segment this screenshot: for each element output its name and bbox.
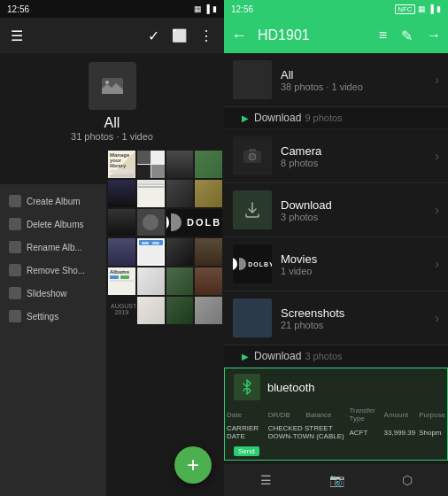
folder-item-download[interactable]: Download 3 photos ›	[224, 183, 448, 237]
folder-info-download: Download 3 photos	[281, 198, 429, 222]
photo-thumb[interactable]	[166, 180, 194, 207]
menu-bottom-icon[interactable]: ☰	[260, 473, 272, 487]
folder-item-all[interactable]: All 38 photos · 1 video ›	[224, 53, 448, 107]
right-time: 12:56	[231, 4, 253, 14]
grid-bottom-icon[interactable]: ⬡	[402, 473, 413, 487]
camera-bottom-icon[interactable]: 📷	[329, 473, 344, 487]
table-header-transfer: Transfer Type	[347, 406, 382, 423]
photo-thumb[interactable]	[137, 151, 165, 178]
window-icon[interactable]: ⬜	[172, 28, 187, 43]
close-icon[interactable]: →	[427, 27, 441, 43]
sub-folder-name-download: Download	[254, 112, 301, 124]
back-icon[interactable]: ←	[231, 27, 247, 45]
photo-thumb[interactable]	[195, 297, 222, 324]
folder-arrow-screenshots: ›	[435, 311, 439, 325]
photo-thumb[interactable]	[137, 180, 165, 207]
photo-thumb[interactable]	[108, 180, 135, 207]
folder-item-camera[interactable]: Camera 8 photos ›	[224, 129, 448, 183]
photo-thumb[interactable]	[137, 297, 165, 324]
dolby-thumb[interactable]: DOLBY	[166, 209, 223, 237]
table-cell-date: CARRIER DATE	[225, 423, 266, 441]
folder-name-camera: Camera	[281, 144, 429, 158]
photo-thumb[interactable]	[166, 297, 194, 324]
drawer-item-create-album[interactable]: Create Album	[0, 190, 106, 213]
table-header-balance: Balance	[305, 406, 348, 423]
wifi-icon-right: ▦	[418, 4, 426, 13]
sub-folder-arrow-2: ▶	[242, 352, 249, 361]
photo-thumb[interactable]	[137, 209, 165, 236]
table-row: CARRIER DATE CHECKED STREET DOWN-TOWN (C…	[225, 423, 447, 441]
photo-thumb[interactable]	[166, 238, 194, 266]
send-button[interactable]: Send	[234, 446, 259, 456]
folder-arrow-all: ›	[435, 73, 439, 87]
svg-point-5	[251, 155, 255, 159]
folder-name-download: Download	[281, 198, 429, 212]
folder-list: All 38 photos · 1 video › ▶ Download 9 p…	[224, 53, 448, 464]
photo-thumb[interactable]	[108, 238, 135, 266]
bluetooth-icon	[234, 374, 260, 400]
drawer-item-settings[interactable]: Settings	[0, 305, 106, 328]
folder-arrow-camera: ›	[435, 149, 439, 163]
photo-thumb[interactable]	[195, 267, 222, 295]
right-panel: 12:56 NFC ▦ ▐ ▮ ← HD1901 ≡ ✎ → All 38 ph…	[224, 0, 448, 496]
photo-thumb[interactable]: Manage your library	[108, 151, 135, 178]
folder-count-movies: 1 video	[281, 266, 429, 276]
svg-point-1	[105, 81, 109, 84]
folder-thumb-camera	[233, 136, 272, 175]
photo-thumb[interactable]: Albums	[108, 267, 135, 295]
folder-item-movies[interactable]: DOLBY Movies 1 video ›	[224, 237, 448, 291]
album-subtitle: 31 photos · 1 video	[71, 131, 153, 142]
bluetooth-header: bluetooth	[225, 368, 447, 406]
nfc-icon: NFC	[395, 4, 414, 14]
folder-count-camera: 8 photos	[281, 158, 429, 168]
folder-thumb-screenshots	[233, 298, 272, 337]
drawer-item-delete-albums[interactable]: Delete Albums	[0, 213, 106, 236]
folder-thumb-all	[233, 60, 272, 99]
bluetooth-section: bluetooth Date DR/DB Balance Transfer Ty…	[224, 368, 448, 461]
folder-info-all: All 38 photos · 1 video	[281, 68, 429, 92]
photo-thumb[interactable]	[195, 238, 222, 266]
photo-thumb[interactable]	[166, 267, 194, 295]
folder-thumb-download	[233, 190, 272, 229]
left-toolbar: ☰ ✓ ⬜ ⋮	[0, 18, 224, 53]
album-header: All 31 photos · 1 video	[0, 53, 224, 149]
right-toolbar-title: HD1901	[258, 27, 372, 43]
photo-grid: Create Album Delete Albums Rename Alb...…	[0, 149, 224, 496]
folder-info-movies: Movies 1 video	[281, 252, 429, 276]
drawer-item-remove[interactable]: Remove Sho...	[0, 259, 106, 282]
photo-thumb[interactable]: AUGUST 2019	[108, 297, 135, 324]
folder-arrow-download: ›	[435, 203, 439, 217]
bluetooth-name: bluetooth	[267, 381, 315, 394]
right-bottom-bar: ☰ 📷 ⬡	[224, 464, 448, 496]
battery-icon-right: ▮	[436, 4, 441, 13]
album-icon	[89, 62, 136, 110]
fab-button[interactable]: +	[174, 446, 212, 484]
folder-info-screenshots: Screenshots 21 photos	[281, 306, 429, 330]
folder-arrow-movies: ›	[435, 257, 439, 271]
table-cell-transfer: ACFT	[347, 423, 382, 441]
photo-thumb[interactable]	[166, 151, 194, 178]
sub-folder-download[interactable]: ▶ Download 9 photos	[224, 107, 448, 129]
drawer-item-slideshow[interactable]: Slideshow	[0, 282, 106, 305]
folder-count-all: 38 photos · 1 video	[281, 81, 429, 92]
folder-item-screenshots[interactable]: Screenshots 21 photos ›	[224, 291, 448, 345]
photo-thumb[interactable]	[137, 267, 165, 295]
photo-thumb[interactable]	[137, 238, 165, 266]
bluetooth-table: Date DR/DB Balance Transfer Type Amount …	[225, 406, 447, 441]
filter-icon[interactable]: ≡	[379, 27, 387, 43]
signal-icon: ▐	[205, 4, 210, 13]
sub-folder-download-screenshots[interactable]: ▶ Download 3 photos	[224, 345, 448, 368]
sub-folder-name-download-2: Download	[254, 350, 301, 362]
photo-thumb[interactable]	[195, 180, 222, 207]
photo-thumb[interactable]	[195, 151, 222, 178]
more-icon[interactable]: ⋮	[199, 27, 213, 44]
check-icon[interactable]: ✓	[148, 27, 159, 44]
sub-folder-count-download-2: 3 photos	[305, 351, 342, 361]
svg-rect-4	[249, 149, 256, 151]
drawer-item-rename-album[interactable]: Rename Alb...	[0, 236, 106, 259]
edit-icon[interactable]: ✎	[401, 27, 413, 44]
photo-thumb[interactable]	[108, 209, 135, 236]
folder-count-screenshots: 21 photos	[281, 320, 429, 330]
sub-folder-count-download: 9 photos	[305, 112, 342, 123]
menu-icon[interactable]: ☰	[11, 27, 23, 44]
